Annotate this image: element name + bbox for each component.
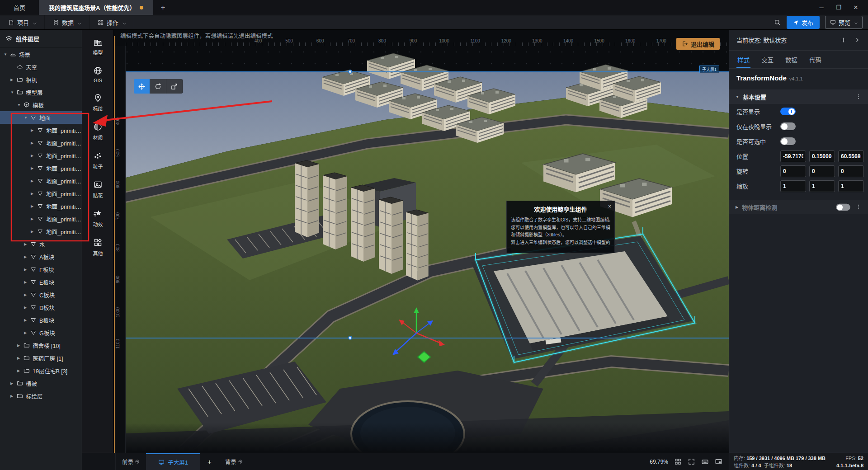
exit-edit-button[interactable]: 退出编辑 [676,38,720,50]
chevron-right-icon[interactable] [854,37,861,43]
zoom-level[interactable]: 69.79% [650,459,668,465]
toggle-switch[interactable] [780,137,796,145]
tree-item-地面_primitive2[interactable]: ▶地面_primitive2 [0,149,82,162]
menu-project[interactable]: 项目 [0,15,45,29]
expander-expanded-icon[interactable]: ▼ [10,90,17,94]
background-button[interactable]: 背景 [219,453,249,470]
tab-data[interactable]: 数据 [785,51,797,68]
expander-collapsed-icon[interactable]: ▶ [10,394,17,398]
tree-item-E板块[interactable]: ▶E板块 [0,276,82,288]
tool-gis[interactable]: GIS [93,66,103,83]
expander-collapsed-icon[interactable]: ▶ [10,78,17,82]
add-screen-button[interactable]: + [200,453,219,470]
expander-collapsed-icon[interactable]: ▶ [24,268,30,272]
basic-settings-header[interactable]: ▼ 基本设置 [729,89,868,104]
tree-item-地面[interactable]: ▼地面 [0,111,82,124]
viewport-canvas[interactable]: 编辑模式下会自动隐藏图层组件，若想编辑请先退出编辑模式 400500600700… [114,30,729,453]
vector-input[interactable] [809,180,835,192]
3d-scene[interactable] [114,30,729,453]
tree-item-天空[interactable]: 天空 [0,61,82,73]
tree-item-B板块[interactable]: ▶B板块 [0,314,82,326]
publish-button[interactable]: 发布 [787,16,820,29]
resize-handle-bottom[interactable] [348,336,352,340]
vector-input[interactable] [838,180,864,192]
expander-collapsed-icon[interactable]: ▶ [31,230,37,234]
tree-item-水[interactable]: ▶水 [0,238,82,250]
tree-item-场景[interactable]: ▼场景 [0,48,82,61]
new-tab-button[interactable]: + [153,0,172,15]
tree-item-地面_primitive7[interactable]: ▶地面_primitive7 [0,212,82,225]
expander-collapsed-icon[interactable]: ▶ [24,293,30,297]
tree-item-医药厂房 [1][interactable]: ▶医药厂房 [1] [0,352,82,364]
distance-detect-toggle[interactable] [836,203,850,211]
expander-collapsed-icon[interactable]: ▶ [31,166,37,170]
expander-collapsed-icon[interactable]: ▶ [24,255,30,259]
tree-item-地面_primitive8[interactable]: ▶地面_primitive8 [0,225,82,238]
tree-item-D板块[interactable]: ▶D板块 [0,301,82,314]
toggle-switch[interactable] [780,122,796,130]
close-button[interactable]: ✕ [848,4,863,11]
tool-material[interactable]: 材质 [93,122,103,141]
vector-input[interactable] [809,165,835,177]
tree-item-地面_primitive5[interactable]: ▶地面_primitive5 [0,187,82,200]
preview-button[interactable]: 预览 [825,16,863,29]
foreground-button[interactable]: 前景 [116,453,146,470]
tree-item-标绘层[interactable]: ▶标绘层 [0,390,82,402]
resize-handle-top[interactable] [348,70,352,74]
tree-item-G板块[interactable]: ▶G板块 [0,326,82,339]
expander-collapsed-icon[interactable]: ▶ [24,318,30,322]
tree-item-模型层[interactable]: ▼模型层 [0,86,82,99]
search-icon[interactable] [774,19,781,26]
tree-item-A板块[interactable]: ▶A板块 [0,250,82,263]
vector-input[interactable] [780,180,806,192]
tree-item-地面_primitive1[interactable]: ▶地面_primitive1 [0,136,82,149]
vector-input[interactable] [838,165,864,177]
expander-collapsed-icon[interactable]: ▶ [24,331,30,335]
tool-plot[interactable]: 标绘 [93,93,103,112]
scale-mode-button[interactable] [166,79,183,94]
tool-model[interactable]: 模型 [93,37,103,56]
vector-input[interactable] [780,165,806,177]
menu-operate[interactable]: 操作 [90,15,134,29]
vector-input[interactable] [780,150,806,162]
expander-collapsed-icon[interactable]: ▶ [10,381,17,385]
circle-plus-icon[interactable] [238,459,243,464]
tree-item-C板块[interactable]: ▶C板块 [0,288,82,301]
fit-view-icon[interactable] [688,458,695,465]
tool-decal[interactable]: 贴花 [93,180,103,199]
tree-item-F板块[interactable]: ▶F板块 [0,263,82,276]
tab-style[interactable]: 样式 [737,51,750,68]
expander-collapsed-icon[interactable]: ▶ [31,204,37,208]
tab-home[interactable]: 首页 [0,0,39,15]
toggle-switch[interactable] [780,108,796,115]
kebab-menu-icon[interactable] [855,94,862,100]
menu-data[interactable]: 数据 [45,15,90,29]
tree-item-植被[interactable]: ▶植被 [0,377,82,390]
distance-detect-header[interactable]: ▶ 物体距离检测 [729,200,868,214]
expander-collapsed-icon[interactable]: ▶ [17,356,24,360]
move-mode-button[interactable] [134,79,150,94]
tool-motion[interactable]: 动效 [93,209,103,228]
grid-toggle-icon[interactable] [674,458,682,465]
expander-collapsed-icon[interactable]: ▶ [31,141,37,145]
expander-collapsed-icon[interactable]: ▶ [31,179,37,183]
circle-plus-icon[interactable] [135,459,140,464]
presentation-mode-icon[interactable] [715,458,722,465]
tree-item-宿舍楼 [10][interactable]: ▶宿舍楼 [10] [0,339,82,352]
minimize-button[interactable]: ─ [814,4,829,11]
tree-item-地面_primitive0[interactable]: ▶地面_primitive0 [0,124,82,136]
kebab-menu-icon[interactable] [855,204,862,210]
expander-collapsed-icon[interactable]: ▶ [24,242,30,246]
expander-collapsed-icon[interactable]: ▶ [17,343,24,348]
expander-collapsed-icon[interactable]: ▶ [31,217,37,221]
popup-close-icon[interactable]: × [608,203,611,210]
expander-collapsed-icon[interactable]: ▶ [24,306,30,310]
tree-item-地面_primitive6[interactable]: ▶地面_primitive6 [0,200,82,212]
tab-interaction[interactable]: 交互 [761,51,774,68]
expander-collapsed-icon[interactable]: ▶ [31,154,37,158]
expander-expanded-icon[interactable]: ▼ [24,116,30,120]
vector-input[interactable] [838,150,864,162]
expander-collapsed-icon[interactable]: ▶ [31,128,37,132]
add-state-icon[interactable] [840,37,847,43]
tree-item-地面_primitive3[interactable]: ▶地面_primitive3 [0,162,82,174]
